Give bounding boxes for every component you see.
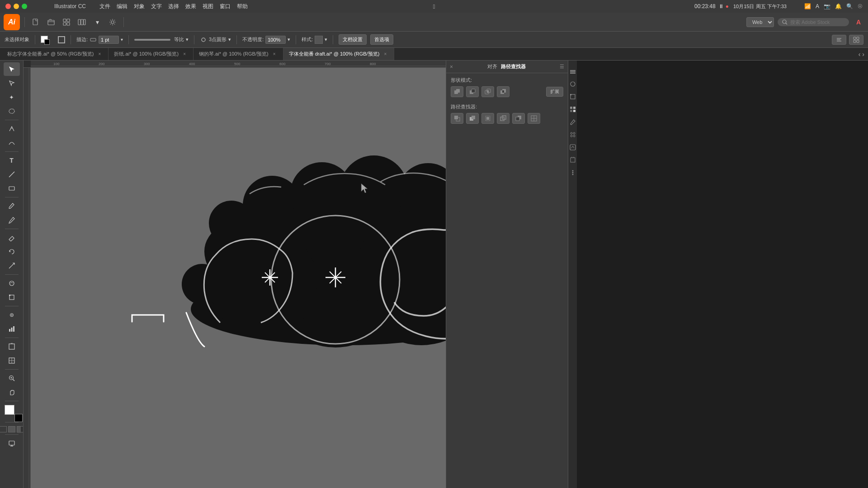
magic-wand-tool[interactable]: ✦ <box>4 90 20 104</box>
menu-file[interactable]: 文件 <box>99 3 110 10</box>
panel-menu-icon[interactable]: ☰ <box>560 64 564 70</box>
rotate-tool[interactable] <box>4 245 20 258</box>
shape-tool[interactable] <box>4 182 20 195</box>
scroll-tabs-left[interactable]: ‹ <box>859 51 861 58</box>
direct-select-tool[interactable] <box>4 76 20 90</box>
free-transform-tool[interactable] <box>4 291 20 304</box>
pen-tool[interactable] <box>4 122 20 136</box>
tab-1-close[interactable]: × <box>181 51 188 57</box>
arrange-icon[interactable] <box>60 16 73 28</box>
artboard-tool[interactable] <box>4 340 20 353</box>
tab-3[interactable]: 字体全能番 draft.ai* @ 100% (RGB/预览) × <box>283 48 395 60</box>
rv-transform-icon[interactable] <box>568 91 577 102</box>
doc-settings-button[interactable]: 文档设置 <box>339 34 367 45</box>
canvas-area[interactable]: 100 200 300 400 500 600 700 800 <box>24 61 446 488</box>
panel-close-x[interactable]: × <box>450 64 453 70</box>
stroke-width-input[interactable] <box>99 36 119 44</box>
divide-btn[interactable] <box>528 113 540 124</box>
lasso-tool[interactable] <box>4 104 20 118</box>
symbol-tool[interactable]: ⊛ <box>4 308 20 322</box>
opacity-input[interactable] <box>265 36 286 44</box>
tab-2-close[interactable]: × <box>271 51 278 57</box>
tab-3-close[interactable]: × <box>382 51 388 57</box>
trim-btn[interactable] <box>451 113 463 124</box>
prefs-button[interactable]: 首选项 <box>370 34 393 45</box>
fill-color[interactable] <box>41 36 65 44</box>
pencil-tool[interactable] <box>4 213 20 227</box>
workspace-select[interactable]: Web <box>746 17 774 27</box>
tab-0-close[interactable]: × <box>96 51 103 57</box>
style-swatch[interactable] <box>315 36 323 44</box>
arrange-icon-2[interactable] <box>849 35 863 45</box>
type-tool[interactable]: T <box>4 154 20 167</box>
align-tab[interactable]: 对齐 <box>487 63 497 70</box>
tab-2[interactable]: 钢的琴.ai* @ 100% (RGB/预览) × <box>193 48 283 60</box>
window-controls[interactable] <box>5 4 27 9</box>
stroke-swatch[interactable] <box>58 36 65 43</box>
crop-btn[interactable] <box>481 113 494 124</box>
rv-extra-icon[interactable] <box>568 167 577 178</box>
rv-swatches-icon[interactable] <box>568 104 577 115</box>
invert-view[interactable] <box>17 426 24 432</box>
maximize-button[interactable] <box>22 4 27 9</box>
rv-symbols-icon[interactable] <box>568 129 577 140</box>
zoom-tool[interactable] <box>4 371 20 385</box>
grid-view-icon[interactable] <box>75 16 88 28</box>
app-name: Illustrator CC <box>54 3 86 9</box>
gray-view[interactable] <box>8 426 15 432</box>
select-tool[interactable] <box>4 62 20 76</box>
search-input[interactable] <box>790 19 844 25</box>
line-tool[interactable] <box>4 168 20 181</box>
minimize-button[interactable] <box>14 4 19 9</box>
curvature-tool[interactable] <box>4 136 20 150</box>
rv-appearance-icon[interactable] <box>568 79 577 89</box>
merge-btn[interactable] <box>466 113 479 124</box>
rv-layers-icon[interactable] <box>568 66 577 77</box>
foreground-color[interactable] <box>5 405 14 415</box>
outline-btn[interactable] <box>497 113 509 124</box>
tab-0[interactable]: 标志字体全能番.ai* @ 50% (RGB/预览) × <box>2 48 108 60</box>
menu-window[interactable]: 窗口 <box>220 3 231 10</box>
menu-object[interactable]: 对象 <box>134 3 145 10</box>
color-swatch-area[interactable] <box>5 405 19 418</box>
menu-help[interactable]: 帮助 <box>237 3 248 10</box>
pathfinder-tab[interactable]: 路径查找器 <box>501 63 526 70</box>
menu-bar[interactable]: 文件 编辑 对象 文字 选择 效果 视图 窗口 帮助 <box>99 3 248 10</box>
fill-swatch[interactable] <box>41 36 49 44</box>
slice-tool[interactable] <box>4 354 20 367</box>
menu-text[interactable]: 文字 <box>151 3 162 10</box>
tool-sep-8 <box>5 369 19 370</box>
tab-1[interactable]: 折纸.ai* @ 100% (RGB/预览) × <box>108 48 193 60</box>
menu-view[interactable]: 视图 <box>203 3 213 10</box>
normal-view[interactable] <box>0 426 7 432</box>
paintbrush-tool[interactable] <box>4 199 20 213</box>
minus-front-btn[interactable] <box>466 86 479 97</box>
rv-graphic-styles-icon[interactable] <box>568 142 577 153</box>
menu-effects[interactable]: 效果 <box>185 3 196 10</box>
open-file-icon[interactable] <box>45 16 57 28</box>
intersect-btn[interactable] <box>481 86 494 97</box>
svg-rect-104 <box>573 107 576 109</box>
hand-tool[interactable] <box>4 385 20 399</box>
rv-brushes-icon[interactable] <box>568 117 577 127</box>
new-file-icon[interactable] <box>29 16 42 28</box>
screen-mode-btn[interactable] <box>4 436 20 450</box>
eraser-tool[interactable] <box>4 231 20 244</box>
expand-button[interactable]: 扩展 <box>546 87 563 97</box>
align-icon[interactable] <box>832 35 846 45</box>
background-color[interactable] <box>14 414 23 422</box>
settings-icon[interactable] <box>106 16 119 28</box>
close-button[interactable] <box>5 4 11 9</box>
scale-tool[interactable] <box>4 259 20 272</box>
rv-artboards-icon[interactable] <box>568 155 577 165</box>
search-area[interactable] <box>778 18 849 26</box>
scroll-tabs-right[interactable]: › <box>862 51 864 58</box>
menu-select[interactable]: 选择 <box>168 3 179 10</box>
unite-btn[interactable] <box>451 86 463 97</box>
arrange-dropdown[interactable]: ▾ <box>91 16 104 28</box>
graph-tool[interactable] <box>4 322 20 336</box>
menu-edit[interactable]: 编辑 <box>117 3 127 10</box>
exclude-btn[interactable] <box>497 86 509 97</box>
warp-tool[interactable] <box>4 277 20 290</box>
minus-back-btn[interactable] <box>512 113 525 124</box>
